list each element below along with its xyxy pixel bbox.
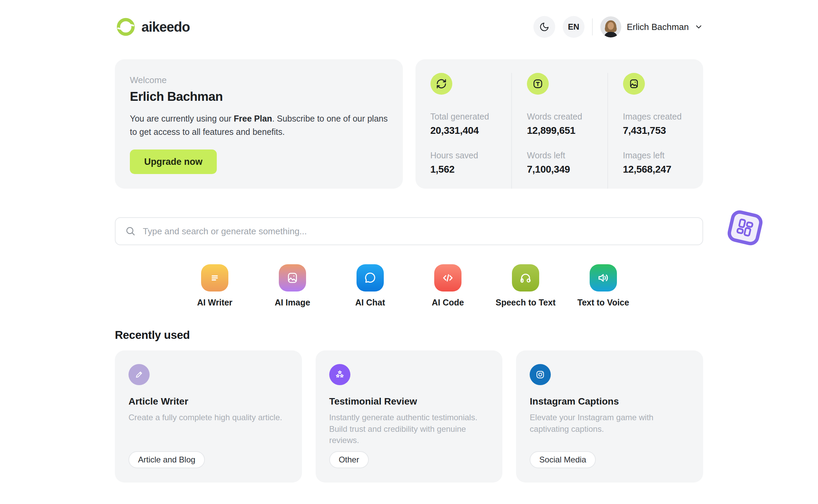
header: aikeedo EN xyxy=(115,0,703,39)
tool-ai-image[interactable]: AI Image xyxy=(254,264,331,308)
card-title: Instagram Captions xyxy=(530,396,619,407)
image-icon xyxy=(279,264,306,292)
stat-images-left: Images left 12,568,247 xyxy=(623,151,703,175)
usage-stats-card: Total generated 20,331,404 Hours saved 1… xyxy=(415,59,703,189)
stat-label: Images created xyxy=(623,112,703,122)
tool-label: AI Code xyxy=(432,298,464,308)
image-icon xyxy=(623,73,645,95)
stat-value: 7,431,753 xyxy=(623,125,703,136)
card-article-writer[interactable]: Article Writer Create a fully complete h… xyxy=(115,350,302,483)
stat-column-generated: Total generated 20,331,404 Hours saved 1… xyxy=(415,73,512,189)
stat-images-created: Images created 7,431,753 xyxy=(623,112,703,136)
top-section: Welcome Erlich Bachman You are currently… xyxy=(115,59,703,189)
tools-row: AI Writer AI Image AI Chat xyxy=(115,264,703,308)
category-badge: Social Media xyxy=(530,451,595,468)
stat-value: 12,899,651 xyxy=(527,125,607,136)
plan-message: You are currently using our Free Plan. S… xyxy=(130,112,388,139)
chevron-down-icon xyxy=(694,22,703,31)
aikeedo-logo-icon xyxy=(115,16,137,38)
brand[interactable]: aikeedo xyxy=(115,16,190,38)
tool-label: Text to Voice xyxy=(577,298,629,308)
header-actions: EN Erlich Bachman xyxy=(533,16,703,38)
card-title: Article Writer xyxy=(128,396,188,407)
stat-value: 12,568,247 xyxy=(623,164,703,175)
card-title: Testimonial Review xyxy=(329,396,417,407)
moon-icon xyxy=(539,22,549,32)
stat-value: 20,331,404 xyxy=(430,125,512,136)
stat-value: 1,562 xyxy=(430,164,512,175)
stat-label: Hours saved xyxy=(430,151,512,160)
welcome-user-name: Erlich Bachman xyxy=(130,90,388,104)
recently-used-heading: Recently used xyxy=(115,329,703,342)
avatar xyxy=(600,16,621,37)
user-name: Erlich Bachman xyxy=(627,22,689,32)
tool-ai-chat[interactable]: AI Chat xyxy=(331,264,409,308)
stat-hours-saved: Hours saved 1,562 xyxy=(430,151,512,175)
stars-icon xyxy=(329,364,350,385)
text-icon xyxy=(527,73,549,95)
writer-icon xyxy=(201,264,228,292)
pencil-icon xyxy=(128,364,150,385)
stat-label: Images left xyxy=(623,151,703,160)
header-divider xyxy=(592,18,593,35)
card-description: Create a fully complete high quality art… xyxy=(128,412,282,423)
apps-sticker-icon xyxy=(726,209,764,247)
search-input[interactable] xyxy=(142,226,693,237)
search-bar xyxy=(115,217,703,245)
card-description: Elevate your Instagram game with captiva… xyxy=(530,412,690,435)
headphones-icon xyxy=(512,264,539,292)
upgrade-button[interactable]: Upgrade now xyxy=(130,149,217,174)
tool-ai-writer[interactable]: AI Writer xyxy=(176,264,254,308)
category-badge: Article and Blog xyxy=(128,451,205,468)
code-icon xyxy=(434,264,461,292)
card-testimonial-review[interactable]: Testimonial Review Instantly generate au… xyxy=(316,350,503,483)
stat-value: 7,100,349 xyxy=(527,164,607,175)
stat-label: Words created xyxy=(527,112,607,122)
tool-label: AI Image xyxy=(275,298,310,308)
brand-name: aikeedo xyxy=(141,19,190,35)
stat-words-created: Words created 12,899,651 xyxy=(527,112,607,136)
card-description: Instantly generate authentic testimonial… xyxy=(329,412,489,446)
dark-mode-toggle[interactable] xyxy=(533,16,555,38)
plan-name: Free Plan xyxy=(234,114,272,123)
dashboard-page: aikeedo EN xyxy=(115,0,703,483)
recently-used-section: Recently used Article Writer Create a fu… xyxy=(115,329,703,483)
stat-words-left: Words left 7,100,349 xyxy=(527,151,607,175)
welcome-eyebrow: Welcome xyxy=(130,75,388,85)
language-label: EN xyxy=(568,22,579,32)
stat-column-words: Words created 12,899,651 Words left 7,10… xyxy=(511,73,607,189)
tool-label: AI Writer xyxy=(197,298,232,308)
category-badge: Other xyxy=(329,451,369,468)
recently-used-grid: Article Writer Create a fully complete h… xyxy=(115,350,703,483)
tool-text-to-voice[interactable]: Text to Voice xyxy=(564,264,642,308)
instagram-icon xyxy=(530,364,551,385)
search-row xyxy=(115,217,703,245)
user-menu[interactable]: Erlich Bachman xyxy=(600,16,703,37)
tool-speech-to-text[interactable]: Speech to Text xyxy=(487,264,564,308)
plan-message-prefix: You are currently using our xyxy=(130,114,234,123)
search-icon xyxy=(125,226,136,237)
chat-icon xyxy=(357,264,384,292)
language-button[interactable]: EN xyxy=(563,16,585,38)
stat-total-generated: Total generated 20,331,404 xyxy=(430,112,512,136)
stat-label: Total generated xyxy=(430,112,512,122)
stat-label: Words left xyxy=(527,151,607,160)
tool-ai-code[interactable]: AI Code xyxy=(409,264,487,308)
tool-label: AI Chat xyxy=(355,298,385,308)
stat-column-images: Images created 7,431,753 Images left 12,… xyxy=(607,73,703,189)
welcome-card: Welcome Erlich Bachman You are currently… xyxy=(115,59,403,189)
card-instagram-captions[interactable]: Instagram Captions Elevate your Instagra… xyxy=(516,350,703,483)
tool-label: Speech to Text xyxy=(496,298,556,308)
speaker-icon xyxy=(590,264,617,292)
refresh-icon xyxy=(430,73,452,95)
